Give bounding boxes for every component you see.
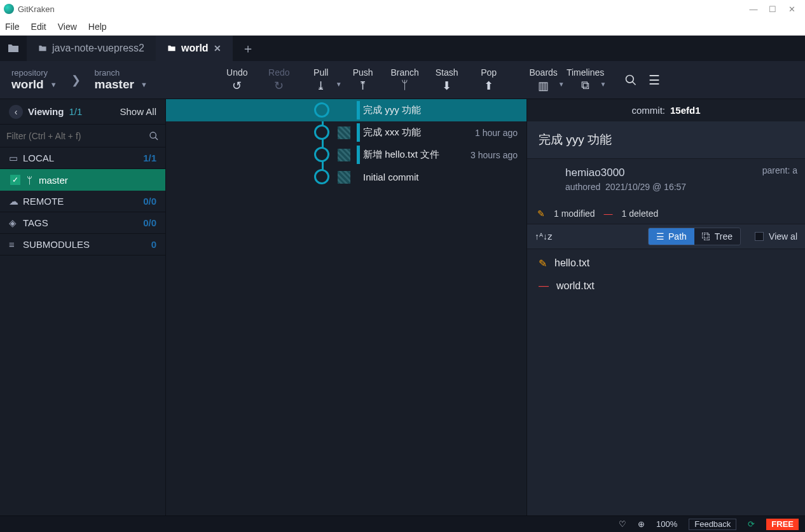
- pop-button[interactable]: Pop⬆: [468, 67, 510, 93]
- selector-bar: repository world▼ ❯ branch master▼ Undo↺…: [0, 61, 805, 99]
- commit-bar: [357, 123, 360, 142]
- sort-icon[interactable]: ↑ᴬ↓ᴢ: [535, 231, 552, 242]
- commit-bar: [357, 101, 360, 119]
- push-button[interactable]: Push⤒: [342, 67, 384, 93]
- commit-msg: Initial commit: [363, 172, 419, 182]
- sidebar-branch-master[interactable]: ✓ ᛘ master: [0, 169, 165, 191]
- avatar: [338, 126, 350, 139]
- sidebar-viewing-row: ‹ Viewing 1/1 Show All: [0, 99, 165, 125]
- heart-icon[interactable]: ♡: [619, 519, 626, 529]
- parent-label: parent: a: [762, 165, 797, 175]
- section-remote[interactable]: ☁ REMOTE 0/0: [0, 191, 165, 212]
- back-button[interactable]: ‹: [9, 105, 23, 119]
- pull-icon: ⤓: [300, 79, 342, 93]
- branch-label: branch: [95, 68, 148, 78]
- avatar: [338, 171, 350, 184]
- avatar: [338, 149, 350, 161]
- checkbox-checked-icon: ✓: [10, 175, 20, 185]
- commit-hash: 15efd1: [670, 105, 701, 116]
- menu-file[interactable]: File: [5, 22, 20, 32]
- boards-button[interactable]: Boards▥: [523, 67, 565, 93]
- menu-view[interactable]: View: [58, 22, 77, 32]
- remote-count: 0/0: [143, 196, 156, 207]
- branch-icon: ᛘ: [27, 175, 32, 186]
- tab-active-label: world: [181, 43, 209, 54]
- file-view-tabs: ↑ᴬ↓ᴢ ☰Path ⿻Tree View al: [527, 224, 805, 249]
- branch-button[interactable]: Branchᛘ: [384, 67, 426, 92]
- section-tags[interactable]: ◈ TAGS 0/0: [0, 212, 165, 234]
- zoom-icon[interactable]: ⊕: [638, 519, 645, 529]
- commit-time: 1 hour ago: [475, 128, 518, 138]
- close-tab-icon[interactable]: ✕: [214, 43, 221, 53]
- feedback-button[interactable]: Feedback: [689, 519, 736, 530]
- tab-world[interactable]: world ✕: [156, 36, 233, 61]
- chevron-right-icon: ❯: [69, 73, 83, 87]
- section-submodules[interactable]: ≡ SUBMODULES 0: [0, 234, 165, 256]
- menu-help[interactable]: Help: [88, 22, 107, 32]
- push-icon: ⤒: [342, 79, 384, 93]
- view-segmented: ☰Path ⿻Tree: [648, 228, 741, 245]
- commit-row[interactable]: 完成 xxx 功能 1 hour ago: [166, 121, 526, 144]
- graph-node[interactable]: [314, 147, 329, 162]
- chevron-down-icon: ▼: [50, 81, 57, 88]
- repo-selector[interactable]: repository world▼: [0, 64, 69, 95]
- filter-input[interactable]: [6, 131, 149, 141]
- pencil-icon: ✎: [537, 208, 545, 219]
- menu-edit[interactable]: Edit: [31, 22, 46, 32]
- stash-icon: ⬇: [426, 79, 468, 93]
- timelines-button[interactable]: Timelines⧉: [565, 67, 607, 92]
- tab-java-note-vuepress2[interactable]: java-note-vuepress2: [27, 36, 156, 61]
- local-count: 1/1: [143, 153, 156, 163]
- chevron-down-icon: ▼: [141, 81, 148, 88]
- show-all-button[interactable]: Show All: [120, 106, 156, 117]
- sidebar: ‹ Viewing 1/1 Show All ▭ LOCAL 1/1 ✓ ᛘ m…: [0, 99, 166, 515]
- search-icon[interactable]: [149, 131, 159, 141]
- pull-button[interactable]: Pull⤓: [300, 67, 342, 93]
- undo-button[interactable]: Undo↺: [216, 67, 258, 93]
- stash-button[interactable]: Stash⬇: [426, 67, 468, 93]
- close-button[interactable]: ✕: [782, 4, 801, 14]
- commit-time: 3 hours ago: [471, 150, 518, 160]
- path-view-button[interactable]: ☰Path: [649, 228, 694, 245]
- graph-node[interactable]: [314, 125, 329, 140]
- new-tab-button[interactable]: ＋: [233, 40, 263, 57]
- minimize-button[interactable]: —: [744, 4, 763, 14]
- file-list: ✎ hello.txt — world.txt: [527, 249, 805, 515]
- app-icon: [4, 4, 14, 14]
- sidebar-filter: [0, 125, 165, 147]
- commit-row[interactable]: 新增 hello.txt 文件 3 hours ago: [166, 144, 526, 166]
- view-all-toggle[interactable]: View al: [755, 231, 797, 242]
- cloud-icon: ☁: [9, 196, 23, 207]
- tree-view-button[interactable]: ⿻Tree: [694, 228, 740, 245]
- window-titlebar: GitKraken — ☐ ✕: [0, 0, 805, 18]
- branch-value: master: [95, 78, 134, 92]
- commit-msg: 新增 hello.txt 文件: [363, 149, 439, 161]
- file-name: world.txt: [556, 280, 595, 292]
- commit-row[interactable]: Initial commit: [166, 166, 526, 188]
- branch-selector[interactable]: branch master▼: [83, 64, 159, 95]
- section-local-label: LOCAL: [23, 153, 54, 163]
- graph-node[interactable]: [314, 102, 329, 118]
- pencil-icon: ✎: [539, 257, 547, 269]
- viewing-count: 1/1: [69, 106, 82, 117]
- authored-label: authored: [565, 182, 600, 192]
- maximize-button[interactable]: ☐: [763, 4, 782, 14]
- section-remote-label: REMOTE: [23, 196, 64, 207]
- search-icon[interactable]: [624, 74, 637, 86]
- hamburger-icon[interactable]: ☰: [649, 72, 660, 88]
- minus-icon: —: [604, 208, 613, 219]
- repo-folder-icon[interactable]: [0, 43, 27, 53]
- change-stats: ✎ 1 modified — 1 deleted: [527, 203, 805, 224]
- sync-icon[interactable]: ⟳: [748, 519, 755, 529]
- file-row[interactable]: ✎ hello.txt: [527, 252, 805, 275]
- file-row[interactable]: — world.txt: [527, 275, 805, 297]
- svg-point-0: [626, 75, 633, 83]
- tab-bar: java-note-vuepress2 world ✕ ＋: [0, 36, 805, 61]
- section-local[interactable]: ▭ LOCAL 1/1: [0, 147, 165, 169]
- commit-row[interactable]: 完成 yyy 功能: [166, 99, 526, 121]
- redo-button[interactable]: Redo↻: [258, 67, 300, 93]
- section-tags-label: TAGS: [23, 217, 48, 228]
- graph-node[interactable]: [314, 169, 329, 184]
- svg-line-1: [632, 81, 635, 85]
- repo-label: repository: [11, 68, 57, 78]
